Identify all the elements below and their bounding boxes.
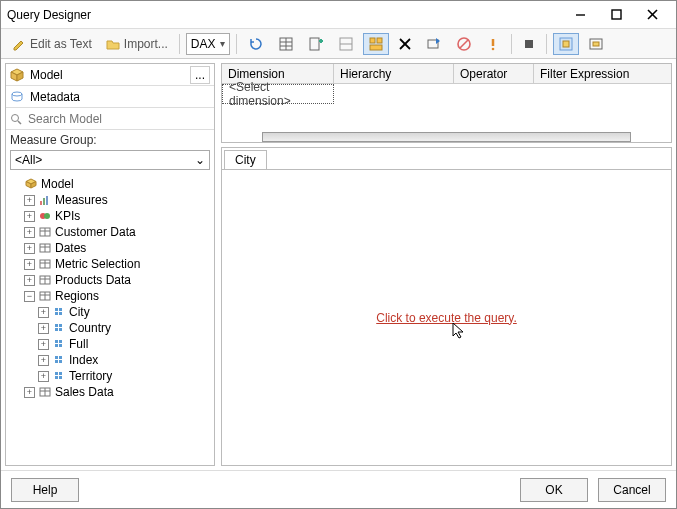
separator xyxy=(179,34,180,54)
svg-rect-13 xyxy=(370,38,375,43)
tree-full[interactable]: +Full xyxy=(6,336,214,352)
body: Model ... Metadata Measure Group: <All> … xyxy=(1,59,676,470)
cancel-query-button[interactable] xyxy=(451,33,477,55)
parameters-button[interactable] xyxy=(583,33,609,55)
edit-as-text-button[interactable]: Edit as Text xyxy=(7,33,97,55)
import-label: Import... xyxy=(124,37,168,51)
tree-label: Products Data xyxy=(55,273,131,287)
run-query-button[interactable] xyxy=(421,33,447,55)
tree-customer-data[interactable]: +Customer Data xyxy=(6,224,214,240)
tree-territory[interactable]: +Territory xyxy=(6,368,214,384)
result-tab-city[interactable]: City xyxy=(224,150,267,169)
tree-index[interactable]: +Index xyxy=(6,352,214,368)
expander[interactable]: − xyxy=(24,291,35,302)
svg-rect-69 xyxy=(55,376,58,379)
horizontal-scrollbar[interactable] xyxy=(262,132,631,142)
tree-label: Territory xyxy=(69,369,112,383)
svg-point-35 xyxy=(44,213,50,219)
svg-rect-67 xyxy=(55,372,58,375)
table-icon xyxy=(38,290,52,302)
svg-rect-32 xyxy=(43,198,45,205)
chevron-down-icon: ⌄ xyxy=(195,153,205,167)
language-select[interactable]: DAX ▾ xyxy=(186,33,230,55)
design-mode-button[interactable] xyxy=(553,33,579,55)
tree-label: Customer Data xyxy=(55,225,136,239)
expander[interactable]: + xyxy=(38,371,49,382)
measure-group-select[interactable]: <All> ⌄ xyxy=(10,150,210,170)
column-icon xyxy=(52,371,66,381)
table-icon-button[interactable] xyxy=(273,33,299,55)
table-icon xyxy=(38,386,52,398)
import-button[interactable]: Import... xyxy=(101,33,173,55)
svg-rect-51 xyxy=(55,308,58,311)
auto-layout-button[interactable] xyxy=(363,33,389,55)
expander[interactable]: + xyxy=(24,195,35,206)
tree-root[interactable]: Model xyxy=(6,176,214,192)
minimize-button[interactable] xyxy=(562,1,598,29)
filter-grid: Dimension Hierarchy Operator Filter Expr… xyxy=(221,63,672,143)
expander[interactable]: + xyxy=(24,211,35,222)
filter-grid-row[interactable]: <Select dimension> xyxy=(222,84,671,104)
left-panel: Model ... Metadata Measure Group: <All> … xyxy=(5,63,215,466)
cube-icon xyxy=(10,68,24,82)
col-operator[interactable]: Operator xyxy=(454,64,534,84)
tree-sales-data[interactable]: +Sales Data xyxy=(6,384,214,400)
tree-products-data[interactable]: +Products Data xyxy=(6,272,214,288)
expander[interactable]: + xyxy=(38,323,49,334)
add-member-button[interactable] xyxy=(303,33,329,55)
svg-rect-66 xyxy=(59,360,62,363)
expander[interactable]: + xyxy=(38,339,49,350)
expander[interactable]: + xyxy=(24,243,35,254)
tree-city[interactable]: +City xyxy=(6,304,214,320)
tree-metric-selection[interactable]: +Metric Selection xyxy=(6,256,214,272)
execute-query-link[interactable]: Click to execute the query. xyxy=(376,311,517,325)
separator xyxy=(511,34,512,54)
expander[interactable]: + xyxy=(24,227,35,238)
column-icon xyxy=(52,339,66,349)
show-empty-button[interactable] xyxy=(333,33,359,55)
expander[interactable]: + xyxy=(24,387,35,398)
svg-point-28 xyxy=(12,92,22,96)
delete-button[interactable] xyxy=(393,33,417,55)
expander[interactable]: + xyxy=(24,275,35,286)
search-row xyxy=(6,108,214,130)
expander[interactable]: + xyxy=(38,355,49,366)
col-filter-expression[interactable]: Filter Expression xyxy=(534,64,671,84)
table-icon xyxy=(38,274,52,286)
refresh-button[interactable] xyxy=(243,33,269,55)
warning-button[interactable] xyxy=(481,33,505,55)
tree-country[interactable]: +Country xyxy=(6,320,214,336)
table-icon xyxy=(38,226,52,238)
cancel-button[interactable]: Cancel xyxy=(598,478,666,502)
tree-regions[interactable]: −Regions xyxy=(6,288,214,304)
select-dimension-cell[interactable]: <Select dimension> xyxy=(222,84,334,104)
svg-rect-14 xyxy=(377,38,382,43)
model-browse-button[interactable]: ... xyxy=(190,66,210,84)
tree-dates[interactable]: +Dates xyxy=(6,240,214,256)
help-label: Help xyxy=(33,483,58,497)
column-icon xyxy=(52,355,66,365)
stop-button[interactable] xyxy=(518,33,540,55)
expander[interactable]: + xyxy=(38,307,49,318)
svg-rect-64 xyxy=(59,356,62,359)
footer: Help OK Cancel xyxy=(1,470,676,508)
metadata-tab[interactable]: Metadata xyxy=(6,86,214,108)
ok-button[interactable]: OK xyxy=(520,478,588,502)
tree-measures[interactable]: +Measures xyxy=(6,192,214,208)
search-input[interactable] xyxy=(26,111,210,127)
tree-label: Sales Data xyxy=(55,385,114,399)
maximize-button[interactable] xyxy=(598,1,634,29)
close-button[interactable] xyxy=(634,1,670,29)
col-hierarchy[interactable]: Hierarchy xyxy=(334,64,454,84)
svg-rect-62 xyxy=(59,344,62,347)
tree-kpis[interactable]: +KPIs xyxy=(6,208,214,224)
svg-rect-59 xyxy=(55,340,58,343)
help-button[interactable]: Help xyxy=(11,478,79,502)
tree-label: Model xyxy=(41,177,74,191)
svg-rect-60 xyxy=(59,340,62,343)
column-icon xyxy=(52,307,66,317)
expander[interactable]: + xyxy=(24,259,35,270)
kpi-icon xyxy=(38,210,52,222)
tree-label: Country xyxy=(69,321,111,335)
model-tab[interactable]: Model ... xyxy=(6,64,214,86)
